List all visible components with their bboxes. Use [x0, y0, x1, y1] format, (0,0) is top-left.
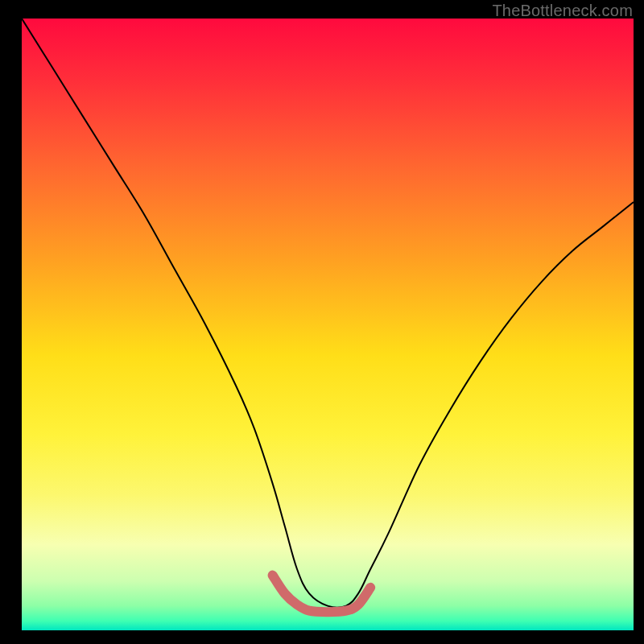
chart-frame: TheBottleneck.com — [0, 0, 644, 644]
watermark-text: TheBottleneck.com — [492, 2, 633, 20]
gradient-background — [22, 19, 634, 630]
chart-plot — [22, 19, 634, 630]
